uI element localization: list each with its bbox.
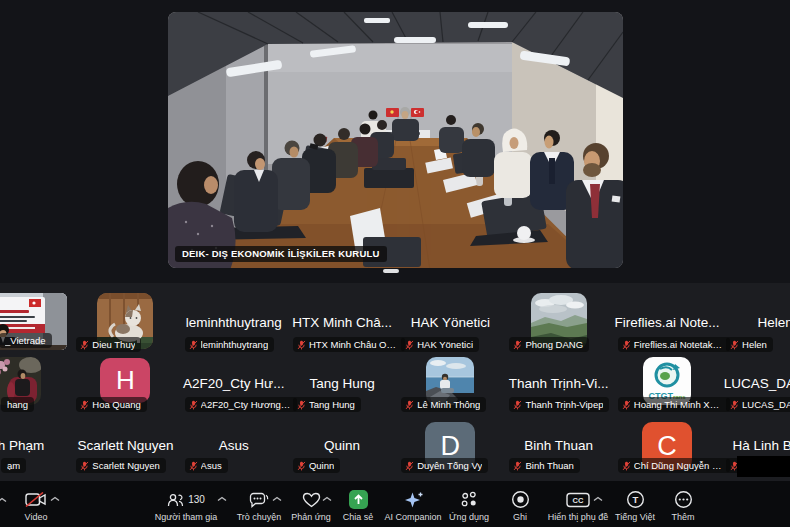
muted-mic-icon (297, 340, 306, 350)
participant-name-label: Asus (185, 458, 228, 473)
participant-tile[interactable]: Phong DANG (504, 287, 612, 357)
participant-name-label: _Vietrade (0, 333, 52, 348)
participant-tile[interactable]: Lê Minh Thông (396, 356, 504, 418)
muted-mic-icon (80, 340, 89, 350)
muted-mic-icon (405, 400, 414, 410)
muted-mic-icon (80, 400, 89, 410)
participant-tile[interactable]: Thanh Trịnh-Vi... Thanh Trịnh-Vipep (504, 356, 612, 418)
gallery-row: nh Phạm ạm Scarlett Nguyen Scarlett Nguy… (0, 420, 790, 478)
record-icon (511, 490, 530, 509)
apps-icon (460, 491, 478, 508)
video-button[interactable]: Video (0, 490, 78, 522)
participant-name-label: Dieu Thuy (76, 337, 141, 352)
closed-captions-icon: CC (566, 492, 590, 508)
more-icon (674, 490, 693, 509)
muted-mic-icon (297, 400, 306, 410)
participant-tile[interactable]: Binh Thuan Binh Thuan (504, 420, 612, 478)
participant-tile[interactable]: LUCAS_DATAFA LUCAS_DATAFA (721, 356, 790, 418)
participants-icon (167, 493, 184, 507)
participant-tile[interactable]: Quinn Quinn (288, 420, 396, 478)
muted-mic-icon (622, 400, 631, 410)
muted-mic-icon (189, 461, 198, 471)
ai-sparkle-icon (404, 491, 423, 508)
participant-tile[interactable]: HTX Minh Châ... HTX Minh Châu Organic... (288, 287, 396, 357)
participant-name-label: Duyên Tống Vy (401, 458, 488, 473)
muted-mic-icon (730, 400, 739, 410)
participant-tile[interactable]: CTGTrans Hoang Thi Minh Xuan (613, 356, 721, 418)
participant-name-label: Hoa Quang (76, 397, 147, 412)
participant-name-label: Fireflies.ai Notetaker Sinh (618, 337, 730, 352)
participant-tile[interactable]: D Duyên Tống Vy (396, 420, 504, 478)
participant-name-label: Thanh Trịnh-Vipep (509, 397, 609, 412)
muted-mic-icon (513, 400, 522, 410)
participant-tile[interactable]: hang (0, 356, 71, 418)
more-button[interactable]: Thêm (641, 490, 725, 522)
participant-tile[interactable]: Fireflies.ai Note... Fireflies.ai Noteta… (613, 287, 721, 357)
participant-count: 130 (188, 494, 205, 505)
participant-tile[interactable]: Hà Linh Ban... H (721, 420, 790, 478)
participant-tile[interactable]: Helen Helen (721, 287, 790, 357)
chat-icon (249, 492, 269, 508)
muted-mic-icon (189, 400, 198, 410)
muted-mic-icon (405, 461, 414, 471)
muted-mic-icon (405, 340, 414, 350)
participant-name-label: HAK Yönetici (401, 337, 479, 352)
muted-mic-icon (80, 461, 89, 471)
video-off-icon (25, 492, 47, 507)
participant-tile[interactable]: leminhthuytrang leminhthuytrang (180, 287, 288, 357)
participant-name-label: hang (1, 397, 34, 412)
gallery-row: hang H Hoa Quang A2F20_Cty Hư... A2F20_C… (0, 356, 790, 418)
participant-name-label: leminhthuytrang (185, 337, 275, 352)
chevron-up-icon[interactable] (50, 496, 60, 502)
svg-text:CC: CC (573, 496, 584, 505)
muted-mic-icon (297, 461, 306, 471)
participant-tile[interactable]: nh Phạm ạm (0, 420, 71, 478)
gallery-row: _Vietrade (0, 287, 790, 357)
participant-name-label: Tang Hung (293, 397, 361, 412)
muted-mic-icon (513, 461, 522, 471)
participant-tile[interactable]: A2F20_Cty Hư... A2F20_Cty Hương Sen... (180, 356, 288, 418)
participant-tile[interactable]: C Chí Dũng Nguyễn Văn (613, 420, 721, 478)
participant-name-label: Lê Minh Thông (401, 397, 486, 412)
svg-text:T: T (632, 494, 638, 505)
participant-name-label: ạm (1, 458, 26, 473)
participant-tile[interactable]: Asus Asus (180, 420, 288, 478)
speaker-name-label: DEIK- DIŞ EKONOMİK İLİŞKİLER KURULU (175, 246, 387, 262)
participants-gallery: _Vietrade (0, 283, 790, 481)
participant-tile[interactable]: H Hoa Quang (71, 356, 179, 418)
conference-room-video-frame (168, 12, 623, 268)
muted-mic-icon (730, 340, 739, 350)
participants-button[interactable]: 130 Người tham gia (144, 490, 228, 522)
participant-name-label: Phong DANG (509, 337, 589, 352)
participant-tile[interactable]: HAK Yönetici HAK Yönetici (396, 287, 504, 357)
gallery-drag-handle[interactable] (383, 269, 399, 273)
muted-mic-icon (622, 461, 631, 471)
participant-tile[interactable]: Scarlett Nguyen Scarlett Nguyen (71, 420, 179, 478)
participant-name-label: Helen (726, 337, 773, 352)
meeting-toolbar: Video 130 Người tham gia Trò chuyện Phản… (0, 481, 790, 527)
redacted-name-cover (737, 456, 790, 477)
participant-tile[interactable]: Tang Hung Tang Hung (288, 356, 396, 418)
participant-name-label: Quinn (293, 458, 340, 473)
participant-name-label: A2F20_Cty Hương Sen... (185, 397, 297, 412)
zoom-meeting-window: DEIK- DIŞ EKONOMİK İLİŞKİLER KURULU (0, 0, 790, 527)
participant-name-label: LUCAS_DATAFA (726, 397, 790, 412)
participant-name-label: HTX Minh Châu Organic... (293, 337, 405, 352)
share-screen-icon (349, 490, 368, 509)
participant-name-label: Chí Dũng Nguyễn Văn (618, 458, 730, 473)
vietrade-video-thumbnail: _Vietrade (0, 293, 67, 350)
participant-name-label: Binh Thuan (509, 458, 579, 473)
participant-name-label: Scarlett Nguyen (76, 458, 166, 473)
muted-mic-icon (189, 340, 198, 350)
main-speaker-video[interactable]: DEIK- DIŞ EKONOMİK İLİŞKİLER KURULU (168, 12, 623, 268)
muted-mic-icon (513, 340, 522, 350)
participant-name-label: Hoang Thi Minh Xuan (618, 397, 730, 412)
participant-tile[interactable]: Dieu Thuy (71, 287, 179, 357)
participant-tile-vietrade[interactable]: _Vietrade (0, 287, 71, 357)
muted-mic-icon (622, 340, 631, 350)
